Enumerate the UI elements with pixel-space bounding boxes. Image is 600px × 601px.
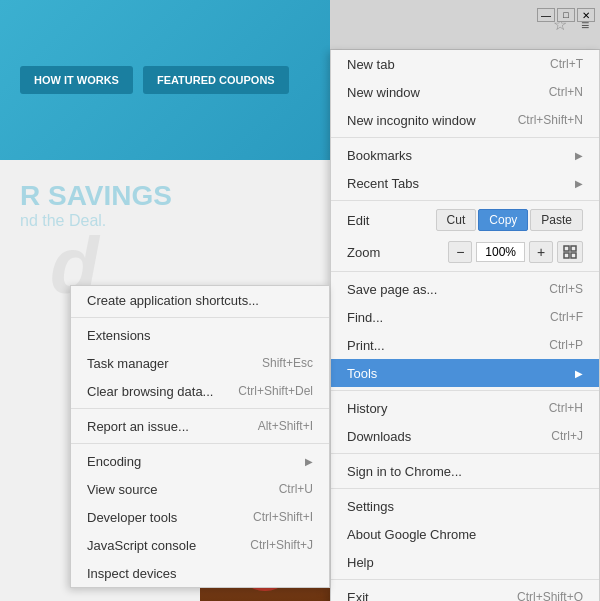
encoding-arrow-icon: ▶ (305, 456, 313, 467)
menu-item-downloads[interactable]: Downloads Ctrl+J (331, 422, 599, 450)
edit-label: Edit (347, 213, 436, 228)
minimize-button[interactable]: — (537, 8, 555, 22)
window-controls: — □ ✕ (537, 8, 595, 22)
submenu-item-clear-browsing[interactable]: Clear browsing data... Ctrl+Shift+Del (71, 377, 329, 405)
submenu-item-js-console[interactable]: JavaScript console Ctrl+Shift+J (71, 531, 329, 559)
separator-1 (331, 137, 599, 138)
submenu-item-clear-browsing-label: Clear browsing data... (87, 384, 213, 399)
submenu-item-task-manager-shortcut: Shift+Esc (262, 356, 313, 370)
menu-item-new-window-shortcut: Ctrl+N (549, 85, 583, 99)
menu-item-tools[interactable]: Tools ▶ (331, 359, 599, 387)
menu-item-exit-label: Exit (347, 590, 369, 602)
menu-item-new-tab-label: New tab (347, 57, 395, 72)
submenu-item-encoding-label: Encoding (87, 454, 141, 469)
menu-item-recent-tabs-label: Recent Tabs (347, 176, 419, 191)
recent-tabs-arrow-icon: ▶ (575, 178, 583, 189)
close-button[interactable]: ✕ (577, 8, 595, 22)
menu-item-about[interactable]: About Google Chrome (331, 520, 599, 548)
tools-submenu: Create application shortcuts... Extensio… (70, 285, 330, 588)
tools-separator-2 (71, 408, 329, 409)
menu-item-exit-shortcut: Ctrl+Shift+Q (517, 590, 583, 601)
menu-item-history[interactable]: History Ctrl+H (331, 394, 599, 422)
edit-buttons: Cut Copy Paste (436, 209, 583, 231)
tools-arrow-icon: ▶ (575, 368, 583, 379)
maximize-button[interactable]: □ (557, 8, 575, 22)
copy-button[interactable]: Copy (478, 209, 528, 231)
separator-5 (331, 453, 599, 454)
zoom-in-button[interactable]: + (529, 241, 553, 263)
menu-item-save-page-shortcut: Ctrl+S (549, 282, 583, 296)
submenu-item-inspect-devices-label: Inspect devices (87, 566, 177, 581)
submenu-item-report-issue[interactable]: Report an issue... Alt+Shift+I (71, 412, 329, 440)
svg-rect-0 (564, 246, 569, 251)
menu-item-downloads-shortcut: Ctrl+J (551, 429, 583, 443)
submenu-item-view-source-label: View source (87, 482, 158, 497)
menu-item-find-label: Find... (347, 310, 383, 325)
submenu-item-app-shortcuts-label: Create application shortcuts... (87, 293, 259, 308)
submenu-item-task-manager[interactable]: Task manager Shift+Esc (71, 349, 329, 377)
submenu-item-view-source[interactable]: View source Ctrl+U (71, 475, 329, 503)
svg-rect-3 (571, 253, 576, 258)
menu-item-save-page[interactable]: Save page as... Ctrl+S (331, 275, 599, 303)
submenu-item-extensions[interactable]: Extensions (71, 321, 329, 349)
bookmarks-arrow-icon: ▶ (575, 150, 583, 161)
menu-item-settings[interactable]: Settings (331, 492, 599, 520)
menu-item-settings-label: Settings (347, 499, 394, 514)
menu-item-about-label: About Google Chrome (347, 527, 476, 542)
menu-item-help-label: Help (347, 555, 374, 570)
zoom-out-button[interactable]: − (448, 241, 472, 263)
menu-item-signin-label: Sign in to Chrome... (347, 464, 462, 479)
menu-item-new-tab[interactable]: New tab Ctrl+T (331, 50, 599, 78)
menu-item-history-label: History (347, 401, 387, 416)
menu-item-tools-label: Tools (347, 366, 377, 381)
cut-button[interactable]: Cut (436, 209, 477, 231)
chrome-menu: New tab Ctrl+T New window Ctrl+N New inc… (330, 50, 600, 601)
page-banner: HOW IT WORKS FEATURED COUPONS (0, 0, 330, 160)
menu-item-history-shortcut: Ctrl+H (549, 401, 583, 415)
menu-item-new-window-label: New window (347, 85, 420, 100)
submenu-item-inspect-devices[interactable]: Inspect devices (71, 559, 329, 587)
submenu-item-developer-tools-shortcut: Ctrl+Shift+I (253, 510, 313, 524)
fullscreen-button[interactable] (557, 241, 583, 263)
edit-row: Edit Cut Copy Paste (331, 204, 599, 236)
menu-item-print[interactable]: Print... Ctrl+P (331, 331, 599, 359)
zoom-value-display: 100% (476, 242, 525, 262)
separator-6 (331, 488, 599, 489)
menu-item-bookmarks[interactable]: Bookmarks ▶ (331, 141, 599, 169)
submenu-item-task-manager-label: Task manager (87, 356, 169, 371)
menu-item-print-shortcut: Ctrl+P (549, 338, 583, 352)
menu-item-signin[interactable]: Sign in to Chrome... (331, 457, 599, 485)
savings-title: R SAVINGS (20, 180, 310, 212)
zoom-label: Zoom (347, 245, 442, 260)
zoom-row: Zoom − 100% + (331, 236, 599, 268)
zoom-controls: − 100% + (448, 241, 583, 263)
svg-rect-2 (564, 253, 569, 258)
submenu-item-clear-browsing-shortcut: Ctrl+Shift+Del (238, 384, 313, 398)
paste-button[interactable]: Paste (530, 209, 583, 231)
submenu-item-app-shortcuts[interactable]: Create application shortcuts... (71, 286, 329, 314)
menu-item-downloads-label: Downloads (347, 429, 411, 444)
separator-7 (331, 579, 599, 580)
submenu-item-developer-tools-label: Developer tools (87, 510, 177, 525)
menu-item-exit[interactable]: Exit Ctrl+Shift+Q (331, 583, 599, 601)
separator-3 (331, 271, 599, 272)
svg-rect-1 (571, 246, 576, 251)
featured-coupons-btn: FEATURED COUPONS (143, 66, 289, 94)
menu-item-recent-tabs[interactable]: Recent Tabs ▶ (331, 169, 599, 197)
submenu-item-developer-tools[interactable]: Developer tools Ctrl+Shift+I (71, 503, 329, 531)
menu-item-incognito-shortcut: Ctrl+Shift+N (518, 113, 583, 127)
menu-item-help[interactable]: Help (331, 548, 599, 576)
menu-item-incognito[interactable]: New incognito window Ctrl+Shift+N (331, 106, 599, 134)
menu-item-save-page-label: Save page as... (347, 282, 437, 297)
submenu-item-report-issue-shortcut: Alt+Shift+I (258, 419, 313, 433)
submenu-item-extensions-label: Extensions (87, 328, 151, 343)
menu-item-find[interactable]: Find... Ctrl+F (331, 303, 599, 331)
separator-4 (331, 390, 599, 391)
separator-2 (331, 200, 599, 201)
submenu-item-view-source-shortcut: Ctrl+U (279, 482, 313, 496)
menu-item-new-tab-shortcut: Ctrl+T (550, 57, 583, 71)
submenu-item-encoding[interactable]: Encoding ▶ (71, 447, 329, 475)
menu-item-incognito-label: New incognito window (347, 113, 476, 128)
menu-item-new-window[interactable]: New window Ctrl+N (331, 78, 599, 106)
menu-item-find-shortcut: Ctrl+F (550, 310, 583, 324)
